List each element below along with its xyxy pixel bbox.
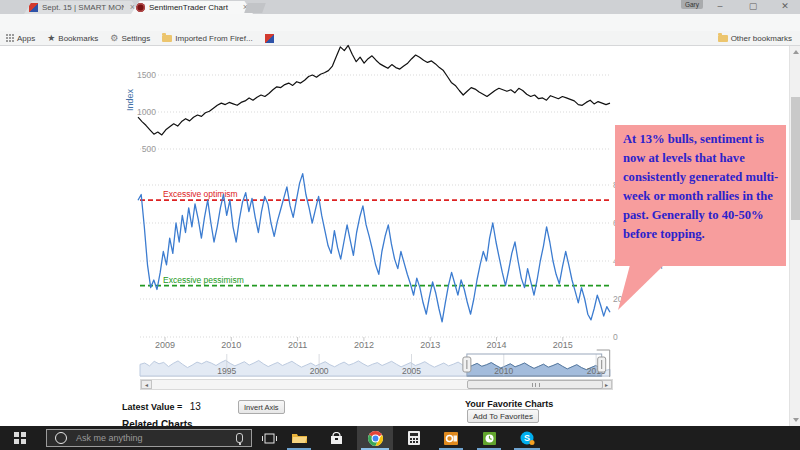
skype-icon: S [520, 431, 535, 445]
clock-app-button[interactable] [473, 426, 505, 450]
page-scrollbar-thumb[interactable] [791, 97, 800, 220]
page-scrollbar[interactable] [789, 46, 800, 426]
clock-app-icon [483, 432, 496, 445]
svg-text:2013: 2013 [420, 340, 440, 350]
windows-logo-icon [14, 432, 26, 444]
chart-horizontal-scrollbar[interactable]: ◂ ▸ [140, 379, 613, 390]
svg-text:Index: Index [125, 88, 135, 111]
scroll-left-button[interactable]: ◂ [141, 380, 152, 389]
svg-text:2010: 2010 [494, 366, 513, 376]
file-explorer-icon [292, 432, 307, 444]
cortana-icon [55, 432, 67, 444]
microphone-icon[interactable] [236, 433, 243, 443]
scrollbar-thumb[interactable] [467, 380, 603, 389]
svg-text:2005: 2005 [402, 366, 421, 376]
svg-text:1995: 1995 [217, 366, 236, 376]
svg-text:2012: 2012 [354, 340, 374, 350]
svg-text:2000: 2000 [310, 366, 329, 376]
store-icon [330, 432, 343, 445]
scroll-down-icon[interactable] [793, 418, 799, 422]
scroll-up-icon[interactable] [793, 50, 799, 54]
svg-text:Excessive optimism: Excessive optimism [163, 189, 238, 199]
annotation-bubble: At 13% bulls, sentiment is now at levels… [615, 125, 786, 266]
calculator-button[interactable] [398, 426, 430, 450]
skype-button[interactable]: S [510, 426, 544, 450]
annotation-text: At 13% bulls, sentiment is now at levels… [623, 132, 778, 241]
svg-text:2014: 2014 [486, 340, 506, 350]
search-placeholder: Ask me anything [76, 433, 236, 443]
start-button[interactable] [0, 426, 40, 450]
svg-text:S: S [523, 433, 529, 443]
chrome-icon [368, 431, 383, 446]
svg-text:500: 500 [142, 144, 156, 154]
svg-text:0: 0 [613, 332, 618, 342]
cortana-search-box[interactable]: Ask me anything [46, 429, 252, 447]
file-explorer-button[interactable] [283, 426, 315, 450]
outlook-button[interactable] [435, 426, 467, 450]
task-view-button[interactable] [258, 426, 280, 450]
store-button[interactable] [320, 426, 352, 450]
svg-text:2009: 2009 [155, 340, 175, 350]
svg-text:2010: 2010 [221, 340, 241, 350]
svg-text:2011: 2011 [288, 340, 307, 350]
svg-text:1500: 1500 [137, 70, 156, 80]
chrome-button[interactable] [357, 426, 393, 450]
svg-text:2015: 2015 [553, 340, 573, 350]
svg-text:Excessive pessimism: Excessive pessimism [163, 275, 244, 285]
calculator-icon [408, 431, 420, 445]
svg-text:1000: 1000 [137, 107, 156, 117]
task-view-icon [262, 433, 277, 444]
outlook-icon [444, 432, 458, 445]
